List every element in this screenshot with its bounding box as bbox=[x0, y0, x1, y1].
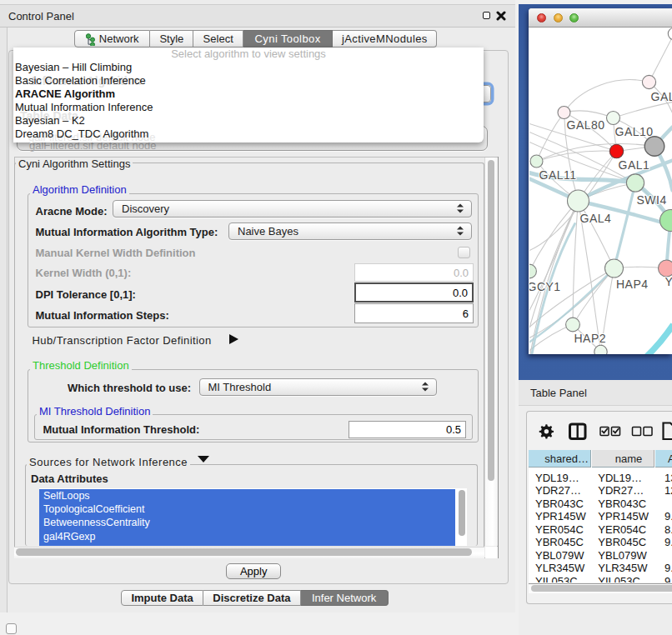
svg-text:GAL7: GAL7 bbox=[650, 89, 672, 102]
svg-text:SWI4: SWI4 bbox=[636, 192, 666, 206]
svg-text:Y: Y bbox=[664, 274, 672, 288]
svg-text:GAL11: GAL11 bbox=[539, 168, 576, 182]
svg-text:GCY1: GCY1 bbox=[529, 280, 561, 293]
svg-text:GAL10: GAL10 bbox=[614, 125, 653, 138]
svg-text:HAP4: HAP4 bbox=[616, 277, 649, 290]
svg-text:GAL1: GAL1 bbox=[618, 158, 649, 172]
svg-text:GAL80: GAL80 bbox=[566, 118, 604, 131]
svg-text:HAP2: HAP2 bbox=[574, 332, 606, 345]
svg-text:GAL4: GAL4 bbox=[579, 212, 611, 225]
